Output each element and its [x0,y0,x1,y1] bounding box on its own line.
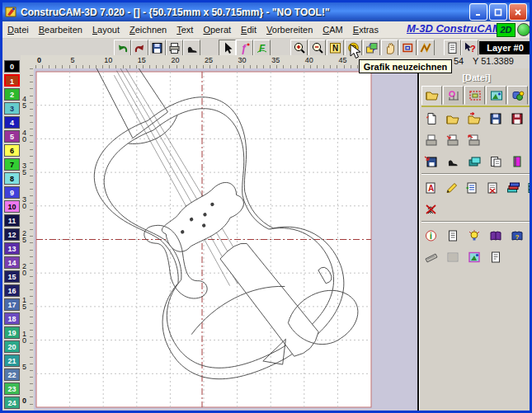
minimize-button[interactable] [469,3,487,21]
menu-item-datei[interactable]: Datei [2,23,34,36]
palette-swatch-21[interactable]: 21 [4,354,20,367]
plot-out-button[interactable] [444,153,461,169]
menu-item-zeichnen[interactable]: Zeichnen [125,23,172,36]
palette-swatch-5[interactable]: 5 [4,130,20,143]
notes-button[interactable] [487,249,504,265]
copy-layers-button[interactable] [465,153,483,169]
select-tool-button[interactable] [219,40,236,56]
image-view-button[interactable] [465,249,483,265]
menu-item-extras[interactable]: Extras [348,23,384,36]
zoom-in-button[interactable] [290,40,308,56]
tab-objekte[interactable] [507,86,528,105]
help-book-button[interactable]: ? [508,228,525,243]
sort-stack-button[interactable] [525,180,532,195]
vertical-ruler: 454035302520151050 [21,68,35,410]
palette-swatch-22[interactable]: 22 [4,368,20,381]
menu-item-cam[interactable]: CAM [318,23,347,36]
palette-swatch-8[interactable]: 8 [4,172,20,185]
undo-button[interactable] [114,40,131,56]
close-button[interactable] [509,3,527,21]
palette-swatch-7[interactable]: 7 [4,158,20,171]
window-title: ConstruCAM-3D 7.020 - [] - {50.715mm x 5… [21,7,469,18]
palette-swatch-14[interactable]: 14 [4,256,20,269]
print-button[interactable] [166,40,183,56]
pan-button[interactable] [381,40,398,56]
scanner-button[interactable] [422,249,440,265]
swap-view-button[interactable] [363,40,380,56]
tab-bild[interactable] [486,86,506,105]
manual-button[interactable] [487,228,504,243]
drawing-canvas[interactable] [34,68,417,411]
ruler-h-label-15: 15 [138,56,146,64]
clipboard-list-button[interactable] [464,180,480,195]
palette-swatch-18[interactable]: 18 [4,312,20,325]
font-file-button[interactable]: A [422,180,439,195]
redo-button[interactable] [131,40,148,56]
mode-2d-badge[interactable]: 2D [497,23,516,37]
maximize-button[interactable] [489,3,507,21]
palette-swatch-4[interactable]: 4 [4,116,20,129]
plot-button[interactable] [183,40,200,56]
delete-doc-button[interactable] [484,180,501,195]
palette-swatch-0[interactable]: 0 [4,60,20,73]
palette-swatch-13[interactable]: 13 [4,242,20,255]
menu-item-text[interactable]: Text [172,23,198,36]
palette-swatch-12[interactable]: 12 [4,228,20,241]
import-file-button[interactable] [465,110,483,126]
layer-indicator[interactable]: Layer #0 [479,41,531,54]
protocol-button[interactable] [444,40,461,56]
menu-item-layout[interactable]: Layout [87,23,125,36]
palette-swatch-15[interactable]: 15 [4,270,20,283]
palette-swatch-19[interactable]: 19 [4,326,20,339]
edit-pencil-button[interactable] [443,180,459,195]
palette-swatch-1[interactable]: 1 [4,74,20,87]
palette-swatch-11[interactable]: 11 [4,214,20,227]
palette-swatch-23[interactable]: 23 [4,382,20,395]
info-button[interactable]: i [422,228,440,243]
menu-item-edit[interactable]: Edit [236,23,261,36]
palette-swatch-20[interactable]: 20 [4,340,20,353]
panel-row-delete [420,198,532,219]
palette-swatch-24[interactable]: 24 [4,397,20,409]
context-help-button[interactable]: ? [461,40,478,56]
ruler-v-label-15: 15 [22,297,28,310]
export-disk-button[interactable] [422,153,440,169]
zoom-previous-button[interactable] [417,40,435,56]
palette-swatch-6[interactable]: 6 [4,144,20,157]
panel-row-plot [420,129,532,150]
palette-swatch-2[interactable]: 2 [4,88,20,101]
tooltip: Grafik neuzeichnen [359,59,452,73]
tips-button[interactable] [465,228,483,243]
plot-new-button[interactable] [422,132,440,148]
tab-datei[interactable] [421,86,442,106]
palette-swatch-3[interactable]: 3 [4,102,20,115]
zoom-normal-button[interactable]: N [327,40,344,56]
new-file-button[interactable] [422,110,440,126]
tab-zeichnen[interactable] [443,86,464,105]
protocol-list-button[interactable] [444,228,461,243]
plot-export-button[interactable] [465,132,483,148]
menu-item-bearbeiten[interactable]: Bearbeiten [34,23,87,36]
menu-item-operat[interactable]: Operat [198,23,236,36]
save-as-button[interactable] [508,110,525,126]
save-file-button[interactable] [487,110,504,126]
curve-function-button[interactable]: F [253,40,271,56]
layer-stack-button[interactable] [505,180,521,195]
tab-layout[interactable] [464,86,485,105]
save-button[interactable] [148,40,166,56]
curve-freehand-button[interactable]: ƒ [236,40,253,56]
menu-item-vorbereiten[interactable]: Vorbereiten [261,23,318,36]
library-button[interactable] [508,153,525,169]
delete-all-button[interactable] [422,201,440,217]
copy-notes-button[interactable] [487,153,504,169]
palette-swatch-10[interactable]: 10 [4,200,20,213]
zoom-window-button[interactable] [399,40,417,56]
palette-swatch-9[interactable]: 9 [4,186,20,199]
status-green-light[interactable] [517,23,530,36]
zoom-out-button[interactable] [308,40,326,56]
palette-swatch-16[interactable]: 16 [4,284,20,297]
palette-swatch-17[interactable]: 17 [4,298,20,311]
plot-import-button[interactable] [444,132,461,148]
open-file-button[interactable] [444,110,461,126]
text-raster-button[interactable] [444,249,461,265]
